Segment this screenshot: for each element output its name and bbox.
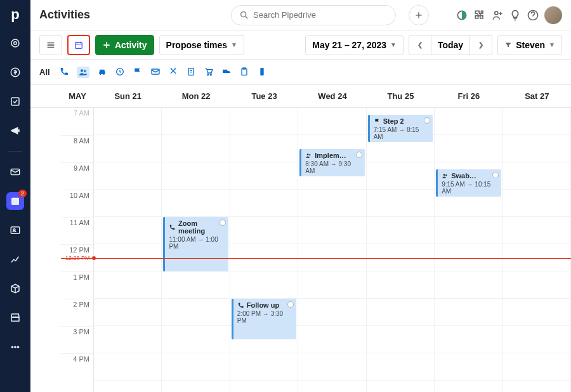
nav-more[interactable]: ••• — [6, 338, 24, 356]
svg-point-29 — [309, 154, 310, 155]
filter-all[interactable]: All — [39, 67, 50, 77]
event-done-toggle[interactable] — [287, 301, 294, 308]
event-done-toggle[interactable] — [492, 172, 499, 178]
user-avatar[interactable] — [544, 6, 562, 24]
day-column[interactable]: Follow up2:00 PM → 3:30 PM — [230, 108, 298, 392]
chevron-down-icon: ▼ — [231, 41, 237, 48]
bulb-icon[interactable] — [509, 9, 522, 22]
day-header[interactable]: Thu 25 — [367, 85, 435, 107]
hour-label: 8 AM — [61, 135, 93, 162]
filter-task-icon[interactable] — [186, 67, 196, 78]
calendar-header: MAY Sun 21 Mon 22 Tue 23 Wed 24 Thu 25 F… — [30, 85, 571, 108]
filter-cart-icon[interactable] — [204, 67, 214, 78]
current-time-line — [61, 258, 571, 259]
calendar-event[interactable]: Zoom meeting11:00 AM → 1:00 PM — [163, 217, 228, 271]
nav-divider — [8, 151, 22, 152]
filter-flag-icon[interactable] — [133, 67, 143, 78]
puzzle-icon[interactable] — [473, 9, 486, 22]
phase-icon[interactable] — [456, 9, 468, 22]
nav-activities[interactable]: 2 — [6, 192, 24, 210]
filter-lunch-icon[interactable] — [168, 67, 178, 78]
nav-marketplace[interactable] — [6, 309, 24, 327]
filter-truck-icon[interactable] — [221, 67, 232, 78]
svg-point-15 — [84, 70, 86, 72]
search-placeholder: Search Pipedrive — [253, 10, 316, 20]
calendar-event[interactable]: Step 27:15 AM → 8:15 AM — [368, 115, 433, 142]
event-done-toggle[interactable] — [220, 219, 226, 226]
day-header[interactable]: Mon 22 — [162, 85, 230, 107]
calendar-body[interactable]: 7 AM8 AM9 AM10 AM11 AM12 PM1 PM2 PM3 PM4… — [30, 108, 571, 392]
nav-campaigns[interactable] — [6, 122, 24, 140]
day-column[interactable]: Step 27:15 AM → 8:15 AM — [367, 108, 435, 392]
svg-rect-3 — [11, 98, 19, 105]
help-icon[interactable] — [527, 9, 539, 22]
day-header[interactable]: Sun 21 — [94, 85, 162, 107]
svg-point-31 — [445, 174, 447, 175]
event-done-toggle[interactable] — [424, 117, 430, 124]
day-column[interactable]: Implem…8:30 AM → 9:30 AM — [298, 108, 366, 392]
calendar-event[interactable]: Follow up2:00 PM → 3:30 PM — [232, 299, 296, 339]
user-filter-button[interactable]: Steven ▼ — [497, 35, 562, 55]
filter-deadline-icon[interactable] — [115, 67, 125, 78]
filter-clipboard-icon[interactable] — [239, 67, 249, 78]
month-label: MAY — [61, 85, 94, 107]
nav-deals[interactable] — [6, 63, 24, 81]
hour-label: 1 PM — [61, 271, 93, 299]
nav-products[interactable] — [6, 280, 24, 297]
svg-point-0 — [14, 42, 17, 45]
prev-week-button[interactable]: ❮ — [409, 35, 431, 55]
propose-times-button[interactable]: Propose times ▼ — [159, 35, 244, 55]
nav-projects[interactable] — [6, 93, 24, 110]
search-input[interactable]: Search Pipedrive — [231, 5, 396, 25]
filter-icon — [504, 41, 512, 49]
activity-label: Activity — [115, 40, 147, 50]
hour-label: 9 AM — [61, 162, 93, 190]
list-view-button[interactable] — [39, 35, 62, 55]
filter-phone-icon[interactable] — [257, 67, 267, 78]
calendar-event[interactable]: Implem…8:30 AM → 9:30 AM — [299, 149, 364, 176]
nav-mail[interactable] — [6, 163, 24, 181]
nav-insights[interactable] — [6, 251, 24, 268]
nav-contacts[interactable] — [6, 221, 24, 239]
day-header[interactable]: Wed 24 — [298, 85, 366, 107]
filter-car-icon[interactable] — [97, 67, 107, 78]
list-icon — [46, 40, 56, 50]
svg-point-11 — [495, 11, 498, 15]
invite-icon[interactable] — [491, 9, 504, 22]
day-column[interactable] — [503, 108, 571, 392]
svg-point-14 — [81, 69, 83, 72]
filter-call-icon[interactable] — [59, 67, 69, 78]
day-header[interactable]: Fri 26 — [435, 85, 502, 107]
day-header[interactable]: Tue 23 — [230, 85, 298, 107]
quick-add-button[interactable] — [409, 5, 429, 25]
svg-rect-6 — [11, 198, 19, 200]
day-column[interactable]: Zoom meeting11:00 AM → 1:00 PM — [162, 108, 230, 392]
hour-label: 3 PM — [61, 326, 93, 353]
main: Activities Search Pipedrive A — [30, 0, 571, 392]
next-week-button[interactable]: ❯ — [469, 35, 492, 55]
calendar-view-button[interactable] — [67, 35, 90, 55]
nav-focus[interactable] — [6, 34, 24, 52]
svg-point-1 — [11, 39, 19, 47]
filter-email-icon[interactable] — [150, 67, 161, 78]
svg-rect-27 — [260, 68, 263, 75]
day-header[interactable]: Sat 27 — [503, 85, 571, 107]
chevron-left-icon: ❮ — [417, 41, 423, 48]
add-activity-button[interactable]: Activity — [95, 35, 154, 55]
plus-icon — [414, 11, 423, 20]
day-column[interactable] — [94, 108, 162, 392]
event-done-toggle[interactable] — [356, 152, 362, 158]
filter-meeting-icon[interactable] — [77, 67, 89, 78]
day-column[interactable]: Swab…9:15 AM → 10:15 AM — [435, 108, 502, 392]
nav-badge: 2 — [18, 190, 27, 197]
svg-point-17 — [103, 74, 104, 75]
svg-point-30 — [443, 174, 445, 176]
today-button[interactable]: Today — [431, 35, 469, 55]
date-range-button[interactable]: May 21 – 27, 2023 ▼ — [305, 35, 404, 55]
svg-rect-25 — [242, 69, 247, 75]
calendar-event[interactable]: Swab…9:15 AM → 10:15 AM — [436, 169, 501, 197]
calendar-icon — [74, 40, 84, 50]
hour-label: 4 PM — [61, 353, 93, 381]
svg-point-28 — [307, 154, 309, 155]
pipedrive-logo[interactable]: p — [11, 6, 19, 23]
